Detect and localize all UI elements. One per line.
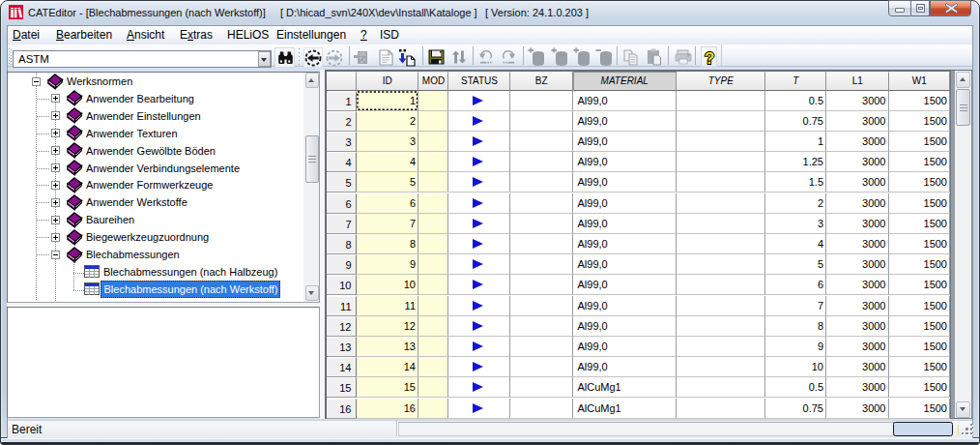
svg-text:?: ? [705, 49, 714, 68]
